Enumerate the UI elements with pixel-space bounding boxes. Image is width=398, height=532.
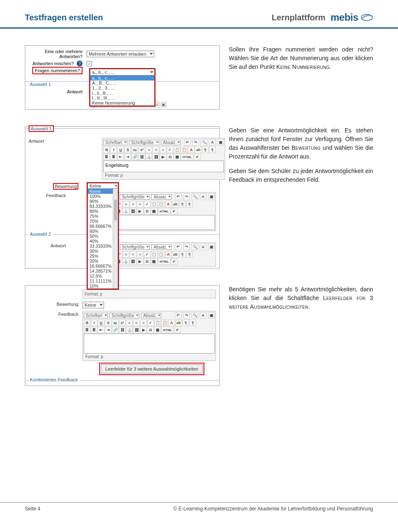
subscript-icon[interactable]: x₂ <box>131 146 138 153</box>
ol-icon[interactable]: ≣ <box>110 154 117 160</box>
spell-icon[interactable]: ✔ <box>174 327 181 333</box>
paste-icon[interactable]: 📋 <box>151 201 158 207</box>
undo-icon[interactable]: ↶ <box>175 312 182 319</box>
replace-icon[interactable]: A <box>200 193 206 200</box>
redo-icon[interactable]: ↷ <box>183 244 190 250</box>
superscript-icon[interactable]: x² <box>138 146 145 153</box>
underline-icon[interactable]: U <box>98 320 104 326</box>
text-color-icon[interactable]: A <box>165 201 172 207</box>
scrollbar[interactable] <box>113 189 118 288</box>
image-icon[interactable]: 🖼 <box>130 208 136 215</box>
spell-icon[interactable]: ✔ <box>194 154 201 160</box>
fullscreen-icon[interactable]: ▣ <box>208 244 215 250</box>
rtl-icon[interactable]: ¶ <box>189 320 196 326</box>
paragraph-select[interactable]: Absatz <box>141 313 161 318</box>
numbering-option[interactable]: 1., 2., 3., ... <box>90 85 154 90</box>
redo-icon[interactable]: ↷ <box>183 193 190 200</box>
media-icon[interactable]: ▶ <box>137 258 143 265</box>
paste-text-icon[interactable]: 📋 <box>181 146 187 153</box>
unlink-icon[interactable]: ⛓ <box>138 154 145 160</box>
undo-icon[interactable]: ↶ <box>175 244 182 250</box>
media-icon[interactable]: ▶ <box>140 327 147 333</box>
html-icon[interactable]: HTML <box>181 154 193 160</box>
strike-icon[interactable]: S <box>124 146 131 153</box>
ltr-icon[interactable]: ¶ <box>179 251 186 258</box>
anchor-icon[interactable]: ⚓ <box>146 154 152 160</box>
font-size-select[interactable]: Schriftgröße <box>109 313 139 318</box>
ul-icon[interactable]: ≣ <box>103 154 110 160</box>
fullscreen-icon[interactable]: ▣ <box>208 193 215 200</box>
equation-icon[interactable]: Ω <box>167 154 173 160</box>
align-right-icon[interactable]: ≡ <box>137 201 143 207</box>
text-color-icon[interactable]: A <box>188 146 194 153</box>
rtl-icon[interactable]: ¶ <box>209 146 216 153</box>
indent-icon[interactable]: ⇥ <box>105 327 112 333</box>
underline-icon[interactable]: U <box>117 146 124 153</box>
align-left-icon[interactable]: ≡ <box>123 201 129 207</box>
anchor-icon[interactable]: ⚓ <box>123 208 129 215</box>
equation-icon[interactable]: Ω <box>147 327 154 333</box>
strike-icon[interactable]: S <box>105 320 112 326</box>
find-icon[interactable]: 🔍 <box>192 244 198 250</box>
table-icon[interactable]: ▦ <box>151 208 158 215</box>
table-icon[interactable]: ▦ <box>174 154 180 160</box>
spell-icon[interactable]: ✔ <box>171 208 177 215</box>
editor-content[interactable] <box>84 334 215 354</box>
link-icon[interactable]: 🔗 <box>131 154 138 160</box>
indent-icon[interactable]: ⇥ <box>124 154 131 160</box>
redo-icon[interactable]: ↷ <box>192 139 199 146</box>
html-icon[interactable]: HTML <box>158 208 170 215</box>
clean-icon[interactable]: ✓ <box>147 320 154 326</box>
bg-color-icon[interactable]: ab <box>195 146 201 153</box>
numbering-option[interactable]: i., ii., iii., ... <box>90 90 154 95</box>
paste-text-icon[interactable]: 📋 <box>158 251 165 258</box>
paste-icon[interactable]: 📋 <box>174 146 180 153</box>
italic-icon[interactable]: I <box>110 146 117 153</box>
align-center-icon[interactable]: ≡ <box>130 201 136 207</box>
replace-icon[interactable]: A <box>200 312 206 319</box>
bewertung-dropdown[interactable]: Keine Keine 100% 90% 83.33333% 80% 75% 7… <box>87 182 119 290</box>
paragraph-select[interactable]: Absatz <box>151 194 172 200</box>
html-icon[interactable]: HTML <box>158 258 170 265</box>
find-icon[interactable]: 🔍 <box>201 139 207 146</box>
subscript-icon[interactable]: x₂ <box>112 320 119 326</box>
align-center-icon[interactable]: ≡ <box>133 320 140 326</box>
help-icon[interactable]: ? <box>77 61 83 66</box>
text-color-icon[interactable]: A <box>168 320 175 326</box>
image-icon[interactable]: 🖼 <box>133 327 140 333</box>
paragraph-select[interactable]: Absatz <box>151 244 172 250</box>
editor-content[interactable] <box>109 215 215 230</box>
clean-icon[interactable]: ✓ <box>144 201 150 207</box>
fullscreen-icon[interactable]: ▣ <box>208 312 215 319</box>
html-icon[interactable]: HTML <box>161 327 174 333</box>
align-right-icon[interactable]: ≡ <box>140 320 147 326</box>
paste-text-icon[interactable]: 📋 <box>158 201 165 207</box>
clean-icon[interactable]: ✓ <box>144 251 150 258</box>
ul-icon[interactable]: ≣ <box>84 327 90 333</box>
replace-icon[interactable]: A <box>200 244 206 250</box>
media-icon[interactable]: ▶ <box>137 208 143 215</box>
find-icon[interactable]: 🔍 <box>192 312 198 319</box>
anchor-icon[interactable]: ⚓ <box>126 327 133 333</box>
bewertung-visible[interactable]: Keine <box>87 183 118 189</box>
bg-color-icon[interactable]: ab <box>172 201 179 207</box>
image-icon[interactable]: 🖼 <box>130 258 136 265</box>
align-left-icon[interactable]: ≡ <box>126 320 133 326</box>
link-icon[interactable]: 🔗 <box>112 327 119 333</box>
numbering-option[interactable]: A., B., C., ... <box>90 81 154 85</box>
fullscreen-icon[interactable]: ▣ <box>217 139 224 146</box>
bold-icon[interactable]: B <box>103 146 110 153</box>
image-icon[interactable]: 🖼 <box>153 154 159 160</box>
numbering-option[interactable]: I., II., III., ... <box>90 95 154 100</box>
font-size-select[interactable]: Schriftgröße <box>120 194 150 200</box>
fullscreen-icon[interactable]: ▣ <box>161 102 167 107</box>
ol-icon[interactable]: ≣ <box>91 327 97 333</box>
unlink-icon[interactable]: ⛓ <box>119 327 126 333</box>
add-blanks-button[interactable]: Leerfelder für 3 weitere Auswahlmöglichk… <box>101 364 203 373</box>
font-family-select[interactable]: Schriftart <box>84 313 108 318</box>
font-family-select[interactable]: Schriftart <box>103 140 127 145</box>
select-bewertung[interactable]: Keine <box>83 302 104 308</box>
ltr-icon[interactable]: ¶ <box>179 201 186 207</box>
rtl-icon[interactable]: ¶ <box>186 201 193 207</box>
paste-icon[interactable]: 📋 <box>151 251 158 258</box>
